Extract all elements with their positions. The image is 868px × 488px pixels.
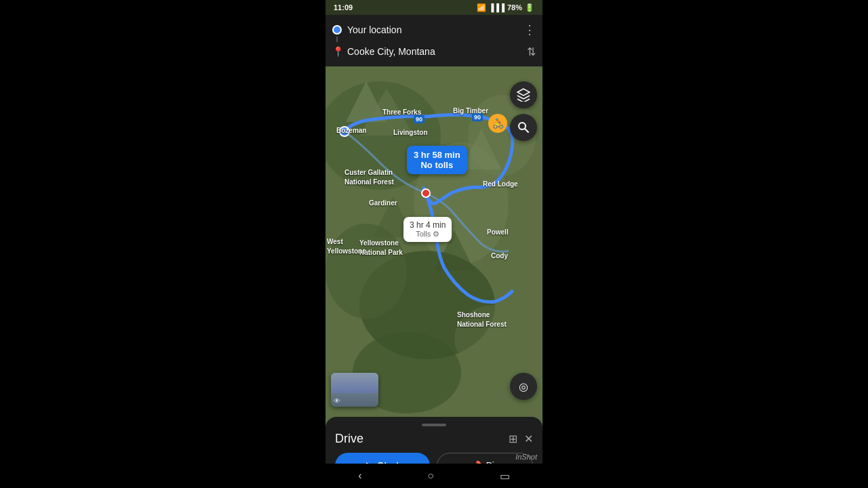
- destination-text: Cooke City, Montana: [347, 46, 527, 57]
- bottom-navigation: ‹ ○ ▭: [326, 464, 542, 488]
- recents-button[interactable]: ▭: [500, 470, 510, 483]
- svg-line-16: [525, 129, 528, 132]
- more-options-button[interactable]: ⋮: [524, 22, 536, 37]
- inshot-watermark: InShot: [515, 453, 537, 461]
- battery-indicator: 78%: [507, 3, 522, 12]
- cycling-icon: 🚴: [488, 114, 507, 133]
- origin-text: Your location: [347, 24, 524, 35]
- signal-icon: ▐▐▐: [489, 3, 505, 12]
- street-view-thumbnail[interactable]: 👁: [331, 373, 378, 407]
- back-button[interactable]: ‹: [358, 470, 361, 482]
- map-label-livingston: Livingston: [393, 129, 428, 136]
- home-button[interactable]: ○: [427, 470, 434, 482]
- route-secondary-duration: 3 hr 4 min: [410, 220, 446, 230]
- map-label-bozeman: Bozeman: [336, 127, 366, 134]
- destination-row[interactable]: 📍 Cooke City, Montana ⇅: [332, 41, 536, 62]
- svg-point-13: [422, 189, 430, 197]
- phone-container: Big Timber Bozeman Livingston Red Lodge …: [326, 0, 542, 488]
- map-label-red-lodge: Red Lodge: [483, 180, 518, 188]
- map-area: Big Timber Bozeman Livingston Red Lodge …: [326, 0, 542, 488]
- route-label-secondary[interactable]: 3 hr 4 min Tolls ⚙: [403, 217, 452, 242]
- wifi-icon: 📶: [477, 3, 486, 12]
- route-main-duration: 3 hr 58 min: [414, 150, 460, 160]
- panel-title: Drive: [335, 432, 363, 446]
- swap-directions-button[interactable]: ⇅: [527, 45, 536, 58]
- destination-pin-icon: 📍: [332, 47, 342, 56]
- navigation-bar: Your location ⋮ 📍 Cooke City, Montana ⇅: [326, 15, 542, 66]
- route-secondary-tolls: Tolls ⚙: [410, 230, 446, 239]
- map-label-gardiner: Gardiner: [369, 199, 397, 207]
- route-main-tolls: No tolls: [414, 160, 460, 170]
- search-map-button[interactable]: [510, 114, 537, 141]
- map-label-cody: Cody: [491, 252, 508, 260]
- status-time: 11:09: [334, 3, 353, 12]
- battery-icon: 🔋: [525, 3, 534, 12]
- gps-button[interactable]: ◎: [510, 373, 537, 400]
- panel-handle: [422, 424, 446, 426]
- map-label-powell: Powell: [487, 228, 509, 236]
- highway-badge-90-west: 90: [414, 115, 425, 123]
- route-label-main[interactable]: 3 hr 58 min No tolls: [407, 146, 467, 174]
- street-view-eye-icon: 👁: [334, 397, 340, 405]
- origin-row[interactable]: Your location ⋮: [332, 19, 536, 41]
- origin-dot-icon: [332, 25, 342, 35]
- settings-icon[interactable]: ⊞: [509, 432, 517, 445]
- map-controls: [510, 81, 537, 141]
- panel-header: Drive ⊞ ✕: [335, 432, 533, 446]
- close-button[interactable]: ✕: [524, 432, 533, 445]
- status-bar: 11:09 📶 ▐▐▐ 78% 🔋: [326, 0, 542, 15]
- map-label-big-timber: Big Timber: [453, 107, 488, 115]
- map-label-custer-gallatin: Custer GallatinNational Forest: [344, 168, 394, 187]
- panel-action-icons: ⊞ ✕: [509, 432, 533, 445]
- layers-button[interactable]: [510, 81, 537, 108]
- map-label-shoshone: ShoshoneNational Forest: [457, 310, 507, 329]
- highway-badge-90-east: 90: [472, 113, 483, 121]
- map-label-west-yellowstone: WestYellowstone: [327, 237, 366, 256]
